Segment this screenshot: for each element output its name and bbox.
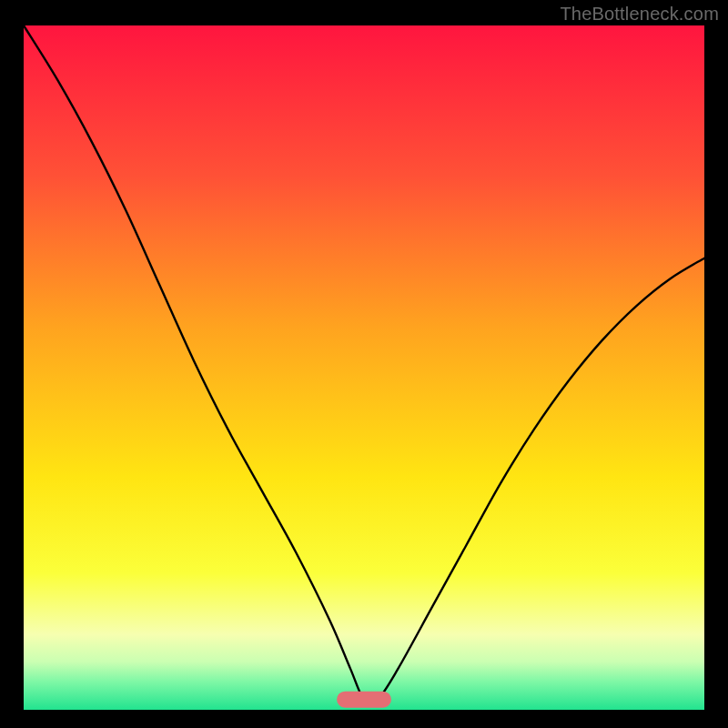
- optimal-zone-marker: [337, 692, 391, 708]
- plot-background: [24, 25, 704, 710]
- chart-container: TheBottleneck.com: [0, 0, 728, 728]
- bottleneck-chart: [0, 0, 728, 728]
